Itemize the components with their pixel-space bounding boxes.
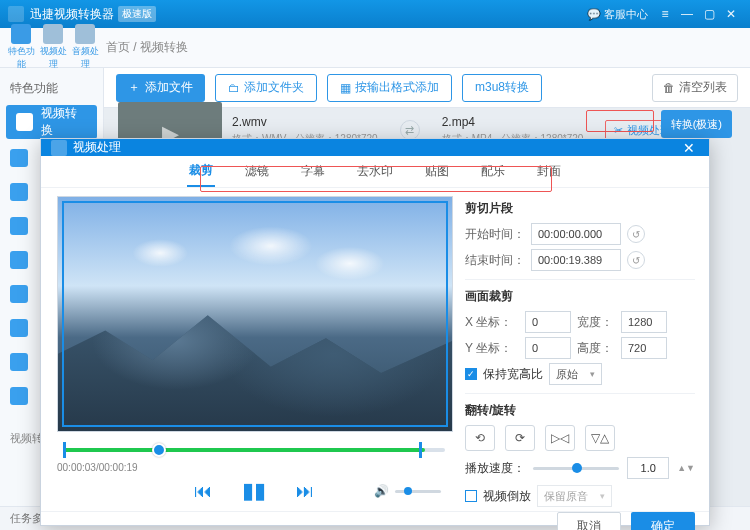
ratio-select[interactable]: 原始: [549, 363, 602, 385]
crop-handle-bl[interactable]: [62, 415, 74, 427]
tab-crop[interactable]: 裁剪: [187, 156, 215, 187]
cancel-button[interactable]: 取消: [557, 512, 621, 530]
preview-pane: 00:00:03/00:00:19 ⏮ ▮▮ ⏭ 🔊: [41, 188, 461, 511]
plus-icon: ＋: [128, 79, 140, 96]
crop-x-label: X 坐标：: [465, 314, 519, 331]
rotate-cw-button[interactable]: ⟳: [505, 425, 535, 451]
crop-w-input[interactable]: [621, 311, 667, 333]
crop-h-label: 高度：: [577, 340, 615, 357]
speed-knob[interactable]: [572, 463, 582, 473]
arrow-icon: ⇄: [400, 120, 420, 140]
start-time-input[interactable]: [531, 223, 621, 245]
tab-music[interactable]: 配乐: [479, 157, 507, 186]
app-titlebar: 迅捷视频转换器 极速版 💬 客服中心 ≡ — ▢ ✕: [0, 0, 750, 28]
trim-end-handle[interactable]: [419, 442, 422, 458]
maximize-icon[interactable]: ▢: [698, 7, 720, 21]
reverse-audio-select[interactable]: 保留原音: [537, 485, 612, 507]
section-trim: 剪切片段: [465, 200, 695, 217]
help-center-label: 客服中心: [604, 7, 648, 22]
section-rotate: 翻转/旋转: [465, 402, 695, 419]
add-folder-button[interactable]: 🗀添加文件夹: [215, 74, 317, 102]
crop-handle-tl[interactable]: [62, 201, 74, 213]
sidebar-item-label: 视频转换: [41, 105, 87, 139]
controls-pane: 剪切片段 开始时间： ↺ 结束时间： ↺ 画面裁剪 X 坐标： 宽度： Y 坐标…: [461, 188, 709, 511]
volume-icon[interactable]: 🔊: [374, 484, 389, 498]
nav-featured[interactable]: 特色功能: [6, 24, 36, 71]
add-by-format-button[interactable]: ▦按输出格式添加: [327, 74, 452, 102]
trash-icon: 🗑: [663, 81, 675, 95]
convert-icon: [16, 113, 33, 131]
close-icon[interactable]: ✕: [720, 7, 742, 21]
chat-icon: 💬: [587, 8, 601, 21]
video-process-dialog: 视频处理 ✕ 裁剪 滤镜 字幕 去水印 贴图 配乐 封面: [40, 138, 710, 526]
tab-sticker[interactable]: 贴图: [423, 157, 451, 186]
tool-icon: [10, 183, 28, 201]
pause-icon[interactable]: ▮▮: [242, 478, 266, 504]
reverse-checkbox[interactable]: [465, 490, 477, 502]
reset-start-icon[interactable]: ↺: [627, 225, 645, 243]
crop-x-input[interactable]: [525, 311, 571, 333]
reverse-label: 视频倒放: [483, 488, 531, 505]
source-name: 2.wmv: [232, 115, 378, 129]
menu-icon[interactable]: ≡: [654, 7, 676, 21]
tool-icon: [10, 149, 28, 167]
sidebar-item-video-convert[interactable]: 视频转换: [6, 105, 97, 139]
dialog-tabbar: 裁剪 滤镜 字幕 去水印 贴图 配乐 封面: [41, 156, 709, 188]
player-controls: ⏮ ▮▮ ⏭ 🔊: [57, 479, 451, 503]
tool-icon: [10, 285, 28, 303]
dialog-logo-icon: [51, 140, 67, 156]
playhead[interactable]: [152, 443, 166, 457]
add-file-button[interactable]: ＋添加文件: [116, 74, 205, 102]
volume-slider[interactable]: [395, 490, 441, 493]
crop-y-input[interactable]: [525, 337, 571, 359]
crop-h-input[interactable]: [621, 337, 667, 359]
nav-audio[interactable]: 音频处理: [70, 24, 100, 71]
convert-button[interactable]: 转换(极速): [661, 110, 732, 138]
trim-start-handle[interactable]: [63, 442, 66, 458]
speed-slider[interactable]: [533, 467, 619, 470]
flip-h-button[interactable]: ▷◁: [545, 425, 575, 451]
rotate-ccw-button[interactable]: ⟲: [465, 425, 495, 451]
tab-cover[interactable]: 封面: [535, 157, 563, 186]
keep-ratio-checkbox[interactable]: ✓: [465, 368, 477, 380]
tool-icon: [10, 319, 28, 337]
crop-handle-tr[interactable]: [436, 201, 448, 213]
timeline[interactable]: [57, 442, 451, 458]
tool-icon: [10, 387, 28, 405]
keep-ratio-label: 保持宽高比: [483, 366, 543, 383]
dialog-close-icon[interactable]: ✕: [679, 140, 699, 156]
m3u8-button[interactable]: m3u8转换: [462, 74, 542, 102]
app-title: 迅捷视频转换器: [30, 6, 114, 23]
timecode: 00:00:03/00:00:19: [57, 462, 451, 473]
chevron-up-down-icon[interactable]: ▲▼: [677, 463, 695, 473]
nav-row: 特色功能 视频处理 音频处理 首页 / 视频转换: [0, 28, 750, 68]
help-center-link[interactable]: 💬 客服中心: [587, 7, 648, 22]
audio-icon: [75, 24, 95, 44]
tab-filter[interactable]: 滤镜: [243, 157, 271, 186]
sidebar-heading: 特色功能: [0, 74, 103, 103]
tab-watermark[interactable]: 去水印: [355, 157, 395, 186]
film-icon: [43, 24, 63, 44]
clear-list-button[interactable]: 🗑清空列表: [652, 74, 738, 102]
speed-value[interactable]: 1.0: [627, 457, 669, 479]
tab-subtitle[interactable]: 字幕: [299, 157, 327, 186]
dest-name: 2.mp4: [442, 115, 584, 129]
dialog-titlebar: 视频处理 ✕: [41, 139, 709, 156]
volume-knob[interactable]: [404, 487, 412, 495]
star-icon: [11, 24, 31, 44]
nav-video[interactable]: 视频处理: [38, 24, 68, 71]
crop-y-label: Y 坐标：: [465, 340, 519, 357]
ok-button[interactable]: 确定: [631, 512, 695, 530]
reset-end-icon[interactable]: ↺: [627, 251, 645, 269]
preview-canvas[interactable]: [57, 196, 453, 432]
next-icon[interactable]: ⏭: [296, 481, 314, 502]
flip-v-button[interactable]: ▽△: [585, 425, 615, 451]
prev-icon[interactable]: ⏮: [194, 481, 212, 502]
crop-handle-br[interactable]: [436, 415, 448, 427]
tool-icon: [10, 353, 28, 371]
scissors-icon: ✂: [614, 124, 623, 137]
end-time-input[interactable]: [531, 249, 621, 271]
crop-frame[interactable]: [62, 201, 448, 427]
app-logo-icon: [8, 6, 24, 22]
minimize-icon[interactable]: —: [676, 7, 698, 21]
